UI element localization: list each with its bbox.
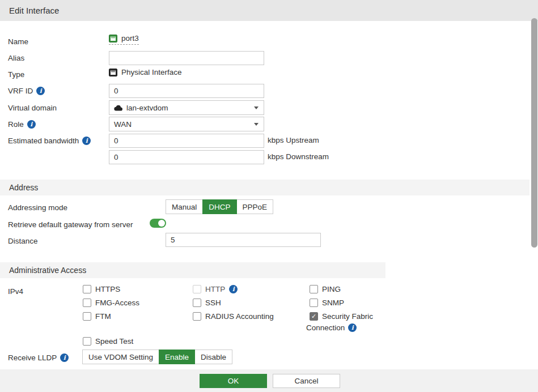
addressing-mode-segment: Manual DHCP PPPoE (166, 199, 273, 214)
ping-checkbox-label: PING (322, 285, 341, 293)
radius-accounting-checkbox[interactable] (193, 312, 201, 321)
virtual-domain-label-text: Virtual domain (8, 104, 57, 112)
role-info-icon[interactable] (27, 120, 36, 129)
virtual-domain-value: lan-extvdom (126, 104, 168, 112)
type-label: Type (8, 69, 24, 79)
downstream-bandwidth-input[interactable] (109, 150, 264, 164)
interface-name-text: port3 (121, 34, 139, 42)
security-fabric-label-line2: Connection (306, 323, 357, 332)
distance-label-text: Distance (8, 237, 38, 245)
vrf-id-label: VRF ID (8, 86, 45, 96)
role-label-text: Role (8, 120, 24, 129)
lldp-use-vdom-setting-button[interactable]: Use VDOM Setting (82, 350, 159, 364)
physical-interface-icon (109, 69, 117, 76)
http-checkbox[interactable] (193, 285, 201, 293)
ping-checkbox-item: PING (310, 285, 341, 293)
interface-port-icon (109, 35, 117, 42)
ftm-checkbox-label: FTM (95, 312, 111, 321)
role-select[interactable]: WAN (109, 117, 264, 131)
receive-lldp-segment: Use VDOM Setting Enable Disable (82, 350, 232, 364)
vertical-scrollbar-thumb[interactable] (531, 18, 537, 248)
role-value: WAN (114, 120, 132, 129)
ssh-checkbox[interactable] (193, 299, 201, 307)
name-label: Name (8, 36, 28, 46)
addressing-mode-pppoe-button[interactable]: PPPoE (236, 199, 274, 214)
admin-access-section-title: Administrative Access (9, 266, 86, 275)
address-section-title: Address (9, 183, 38, 192)
page-title: Edit Interface (9, 6, 59, 15)
page-title-bar: Edit Interface (0, 0, 538, 21)
security-fabric-checkbox-item: Security Fabric (310, 312, 373, 321)
addressing-mode-dhcp-button[interactable]: DHCP (202, 199, 236, 214)
snmp-checkbox-label: SNMP (322, 299, 344, 307)
ftm-checkbox[interactable] (83, 312, 91, 321)
upstream-bandwidth-input[interactable] (109, 134, 264, 148)
estimated-bandwidth-label-text: Estimated bandwidth (8, 137, 79, 145)
security-fabric-checkbox-label: Security Fabric (322, 312, 373, 321)
interface-type-value: Physical Interface (109, 68, 182, 76)
distance-input[interactable] (166, 233, 321, 247)
addressing-mode-manual-button[interactable]: Manual (166, 199, 203, 214)
fmg-access-checkbox[interactable] (83, 299, 91, 307)
retrieve-gateway-label: Retrieve default gateway from server (8, 219, 133, 229)
chevron-down-icon (254, 106, 259, 109)
vrf-id-info-icon[interactable] (36, 87, 45, 95)
vdom-cloud-icon (114, 105, 122, 111)
edit-interface-page: Edit Interface Name port3 Alias Type (0, 0, 538, 392)
estimated-bandwidth-label: Estimated bandwidth (8, 135, 91, 146)
speed-test-checkbox-item: Speed Test (83, 337, 133, 346)
lldp-disable-button[interactable]: Disable (194, 350, 232, 364)
security-fabric-info-icon[interactable] (348, 323, 357, 332)
vrf-id-label-text: VRF ID (8, 87, 33, 95)
downstream-unit-label: kbps Downstream (268, 152, 329, 161)
address-section-header: Address (0, 180, 529, 195)
receive-lldp-label: Receive LLDP (8, 352, 69, 363)
admin-access-section-header: Administrative Access (0, 262, 386, 278)
speed-test-checkbox[interactable] (83, 337, 91, 346)
ssh-checkbox-label: SSH (205, 299, 221, 307)
alias-input[interactable] (109, 51, 264, 65)
upstream-unit-label: kbps Upstream (268, 136, 319, 144)
alias-label-text: Alias (8, 54, 24, 62)
estimated-bandwidth-info-icon[interactable] (82, 137, 91, 145)
snmp-checkbox[interactable] (310, 299, 318, 307)
lldp-enable-button[interactable]: Enable (159, 350, 195, 364)
ssh-checkbox-item: SSH (193, 299, 221, 307)
fmg-access-checkbox-item: FMG-Access (83, 299, 139, 307)
name-label-text: Name (8, 37, 28, 46)
interface-name-value[interactable]: port3 (109, 34, 139, 45)
https-checkbox[interactable] (83, 285, 91, 293)
distance-label: Distance (8, 236, 38, 246)
alias-label: Alias (8, 53, 24, 63)
ping-checkbox[interactable] (310, 285, 318, 293)
https-checkbox-label: HTTPS (95, 285, 120, 293)
footer-bar (0, 369, 538, 392)
virtual-domain-select[interactable]: lan-extvdom (109, 100, 264, 115)
type-label-text: Type (8, 70, 24, 79)
snmp-checkbox-item: SNMP (310, 299, 344, 307)
retrieve-gateway-toggle[interactable] (150, 219, 166, 228)
receive-lldp-info-icon[interactable] (60, 353, 69, 362)
security-fabric-connection-text: Connection (306, 323, 345, 332)
speed-test-checkbox-label: Speed Test (95, 337, 133, 346)
cancel-button[interactable]: Cancel (273, 374, 340, 388)
radius-accounting-checkbox-label: RADIUS Accounting (205, 312, 274, 321)
retrieve-gateway-label-text: Retrieve default gateway from server (8, 220, 133, 229)
ok-button[interactable]: OK (200, 374, 267, 388)
radius-accounting-checkbox-item: RADIUS Accounting (193, 312, 274, 321)
security-fabric-checkbox[interactable] (310, 312, 318, 321)
http-info-icon[interactable] (229, 285, 238, 293)
http-checkbox-label: HTTP (205, 285, 225, 293)
fmg-access-checkbox-label: FMG-Access (95, 299, 139, 307)
ipv4-label-text: IPv4 (8, 287, 23, 296)
https-checkbox-item: HTTPS (83, 285, 120, 293)
addressing-mode-label-text: Addressing mode (8, 203, 67, 212)
role-label: Role (8, 119, 36, 129)
receive-lldp-label-text: Receive LLDP (8, 353, 57, 362)
virtual-domain-label: Virtual domain (8, 103, 57, 113)
ftm-checkbox-item: FTM (83, 312, 111, 321)
vrf-id-input[interactable] (109, 84, 264, 98)
interface-type-text: Physical Interface (121, 68, 182, 76)
http-checkbox-item: HTTP (193, 285, 238, 293)
addressing-mode-label: Addressing mode (8, 202, 67, 212)
